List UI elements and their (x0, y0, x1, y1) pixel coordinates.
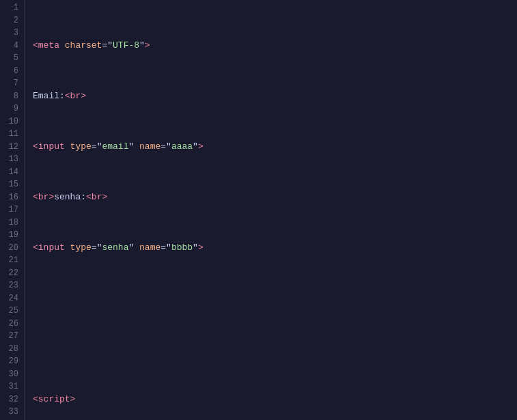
code-line: <input type="email" name="aaaa"> (33, 141, 517, 154)
code-line: <script> (33, 393, 517, 406)
code-line (33, 343, 517, 356)
code-content[interactable]: <meta charset="UTF-8"> Email:<br> <input… (25, 0, 517, 420)
code-line (33, 292, 517, 305)
code-line: <input type="senha" name="bbbb"> (33, 242, 517, 255)
code-line: <br>senha:<br> (33, 191, 517, 204)
code-line: Email:<br> (33, 90, 517, 103)
line-numbers: 1 2 3 4 5 6 7 8 9 10 11 12 13 14 15 16 1… (0, 0, 25, 420)
code-editor[interactable]: 1 2 3 4 5 6 7 8 9 10 11 12 13 14 15 16 1… (0, 0, 517, 420)
code-line: <meta charset="UTF-8"> (33, 40, 517, 53)
